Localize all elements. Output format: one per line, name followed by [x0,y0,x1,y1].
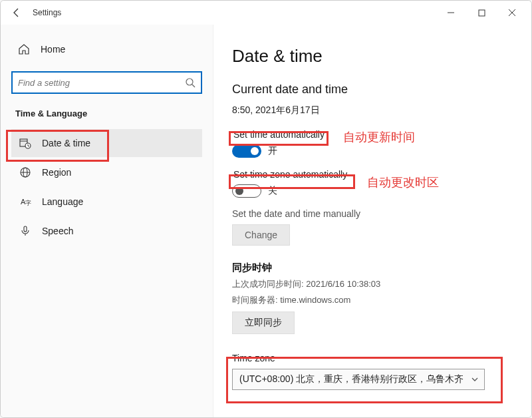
sync-last-time: 上次成功同步时间: 2021/6/16 10:38:03 [232,278,513,290]
sidebar-item-label: Language [42,196,83,207]
language-icon: A字 [19,196,31,208]
maximize-button[interactable] [466,2,497,23]
search-icon [185,77,196,88]
category-heading: Time & Language [11,108,202,118]
timezone-select[interactable]: (UTC+08:00) 北京，重庆，香港特别行政区，乌鲁木齐 [232,369,485,390]
calendar-clock-icon [19,137,31,149]
sidebar-item-date-time[interactable]: Date & time [11,129,202,157]
sidebar-item-speech[interactable]: Speech [11,217,202,245]
auto-tz-toggle[interactable] [232,184,261,198]
sidebar-item-label: Date & time [42,138,90,148]
home-nav[interactable]: Home [11,38,202,61]
chevron-down-icon [471,375,479,383]
auto-tz-state: 关 [268,185,277,197]
globe-icon [19,166,31,178]
svg-rect-1 [479,10,485,16]
sidebar-item-language[interactable]: A字 Language [11,188,202,216]
maximize-icon [478,9,485,17]
auto-time-state: 开 [268,145,277,157]
back-button[interactable] [10,6,23,19]
svg-rect-16 [24,226,27,232]
close-button[interactable] [497,2,527,23]
auto-tz-label: Set time zone automatically [232,168,348,180]
home-label: Home [41,44,65,55]
home-icon [18,43,30,55]
timezone-label: Time zone [232,353,513,363]
arrow-left-icon [11,7,22,18]
current-dt-heading: Current date and time [232,83,513,97]
auto-time-toggle[interactable] [232,144,261,158]
timezone-value: (UTC+08:00) 北京，重庆，香港特别行政区，乌鲁木齐 [239,373,464,384]
sidebar-item-label: Region [42,167,71,178]
titlebar: Settings [1,1,531,25]
sidebar-item-label: Speech [42,226,73,236]
window-title: Settings [33,8,61,17]
svg-line-5 [192,85,195,87]
auto-time-label: Set time automatically [232,128,326,140]
microphone-icon [19,225,31,237]
current-dt-value: 8:50, 2021年6月17日 [232,104,513,116]
minimize-button[interactable] [436,2,466,23]
sync-now-button[interactable]: 立即同步 [232,312,295,334]
search-input[interactable] [18,78,185,88]
change-button[interactable]: Change [232,224,290,246]
svg-point-4 [186,79,193,85]
nav-list: Date & time Region A字 Language Speech [11,129,202,245]
page-title: Date & time [232,46,513,67]
sync-heading: 同步时钟 [232,262,513,274]
sync-server: 时间服务器: time.windows.com [232,294,513,306]
search-input-wrapper[interactable] [11,71,202,94]
minimize-icon [447,9,455,17]
content-pane: Date & time Current date and time 8:50, … [213,25,531,417]
svg-text:字: 字 [25,200,31,206]
sidebar: Home Time & Language Date & time Region … [1,25,213,417]
close-icon [508,9,516,17]
sidebar-item-region[interactable]: Region [11,158,202,186]
manual-set-label: Set the date and time manually [232,208,513,219]
